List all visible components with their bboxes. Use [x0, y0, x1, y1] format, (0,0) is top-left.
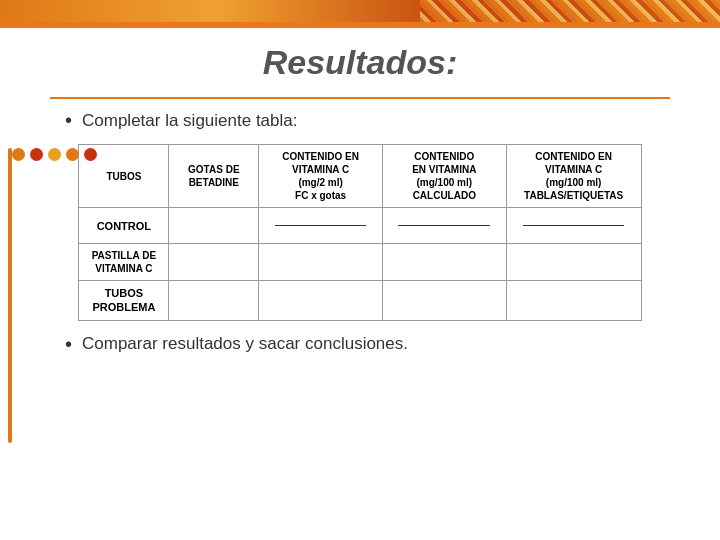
table-header-contenido-en: CONTENIDO ENVITAMINA C(mg/2 ml)FC x gota…	[259, 145, 383, 208]
row-control-label: CONTROL	[79, 208, 169, 244]
row-pastilla-label: PASTILLA DE VITAMINA C	[79, 244, 169, 281]
row-pastilla-contenido	[382, 244, 506, 281]
table-row-pastilla: PASTILLA DE VITAMINA C	[79, 244, 641, 281]
table-row-tubos-problema: TUBOS PROBLEMA	[79, 281, 641, 321]
bullet-1-section: • Completar la siguiente tabla:	[65, 109, 680, 132]
dot-2	[30, 148, 43, 161]
bullet-2-dot: •	[65, 333, 72, 356]
bullet-2-text: Comparar resultados y sacar conclusiones…	[82, 334, 408, 354]
row-pastilla-gotas	[169, 244, 259, 281]
dot-5	[84, 148, 97, 161]
row-tubos-problema-contenido-en	[259, 281, 383, 321]
row-control-contenido-en	[259, 208, 383, 244]
results-table: TUBOS GOTAS DEBETADINE CONTENIDO ENVITAM…	[78, 144, 641, 321]
page-title: Resultados:	[40, 43, 680, 82]
left-dots-row	[12, 148, 97, 161]
dot-4	[66, 148, 79, 161]
row-tubos-problema-contenido	[382, 281, 506, 321]
left-vertical-line	[8, 148, 12, 443]
row-control-contenido	[382, 208, 506, 244]
bullet-2-section: • Comparar resultados y sacar conclusion…	[65, 333, 680, 356]
row-pastilla-tablas	[506, 244, 641, 281]
dot-1	[12, 148, 25, 161]
bullet-1-text: Completar la siguiente tabla:	[82, 111, 297, 131]
dot-3	[48, 148, 61, 161]
table-header-contenido-tablas: CONTENIDO ENVITAMINA C(mg/100 ml)TABLAS/…	[506, 145, 641, 208]
row-control-gotas	[169, 208, 259, 244]
row-tubos-problema-label: TUBOS PROBLEMA	[79, 281, 169, 321]
table-header-gotas: GOTAS DEBETADINE	[169, 145, 259, 208]
row-pastilla-contenido-en	[259, 244, 383, 281]
title-separator	[50, 97, 670, 99]
row-tubos-problema-gotas	[169, 281, 259, 321]
bullet-1-dot: •	[65, 109, 72, 132]
row-control-tablas	[506, 208, 641, 244]
table-row-control: CONTROL	[79, 208, 641, 244]
table-header-contenido: CONTENIDOEN VITAMINA(mg/100 ml)CALCULADO	[382, 145, 506, 208]
row-tubos-problema-tablas	[506, 281, 641, 321]
top-decoration-bar	[0, 0, 720, 22]
